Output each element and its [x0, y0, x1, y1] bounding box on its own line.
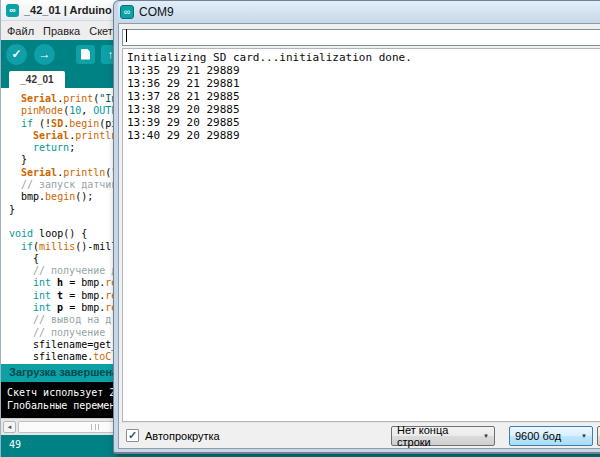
serial-output-area[interactable]: Initializing SD card...initialization do… [122, 48, 600, 422]
chevron-down-icon: ▼ [575, 433, 587, 439]
upload-button[interactable]: → [34, 44, 55, 65]
monitor-client-area: Initializing SD card...initialization do… [118, 23, 600, 449]
serial-output-line: Initializing SD card...initialization do… [127, 51, 600, 64]
serial-output-line: 13:35 29 21 29889 [127, 64, 600, 77]
scroll-left-button[interactable]: ◄ [3, 421, 16, 433]
menu-item[interactable]: Файл [6, 25, 40, 37]
serial-output-line: 13:37 28 21 29885 [127, 90, 600, 103]
serial-monitor-window: ∞ COM9 Initializing SD card...initializa… [113, 0, 600, 454]
arduino-logo-icon: ∞ [6, 4, 19, 17]
scrollbar-grip-icon [91, 424, 99, 430]
send-row [119, 24, 600, 48]
arduino-logo-icon: ∞ [120, 5, 134, 19]
text-caret [126, 29, 127, 42]
autoscroll-checkbox[interactable]: ✓ [126, 429, 139, 442]
serial-output-line: 13:39 29 20 29885 [127, 116, 600, 129]
new-sketch-button[interactable] [76, 45, 95, 64]
serial-output-line: 13:38 29 20 29885 [127, 103, 600, 116]
sketch-tab[interactable]: _42_01 [9, 71, 65, 88]
monitor-bottom-bar: ✓ Автопрокрутка Нет конца строки ▼ 9600 … [119, 422, 600, 448]
monitor-window-title: COM9 [139, 5, 174, 19]
serial-output-line: 13:36 29 21 29881 [127, 77, 600, 90]
serial-send-input[interactable] [122, 29, 600, 46]
menu-item[interactable]: Правка [42, 25, 86, 37]
monitor-titlebar[interactable]: ∞ COM9 [118, 1, 600, 23]
baud-rate-dropdown[interactable]: 9600 бод ▼ [509, 426, 593, 446]
screen: ∞ _42_01 | Arduino 1.8.5 ФайлПравкаСкетч… [0, 0, 600, 457]
verify-button[interactable]: ✓ [6, 44, 27, 65]
serial-output-line: 13:40 29 20 29889 [127, 129, 600, 142]
autoscroll-label: Автопрокрутка [145, 430, 220, 442]
line-ending-dropdown[interactable]: Нет конца строки ▼ [391, 426, 495, 446]
line-ending-value: Нет конца строки [397, 424, 477, 448]
current-line-number: 49 [9, 439, 21, 450]
document-icon [81, 49, 90, 60]
baud-rate-value: 9600 бод [515, 430, 561, 442]
chevron-down-icon: ▼ [477, 433, 489, 439]
